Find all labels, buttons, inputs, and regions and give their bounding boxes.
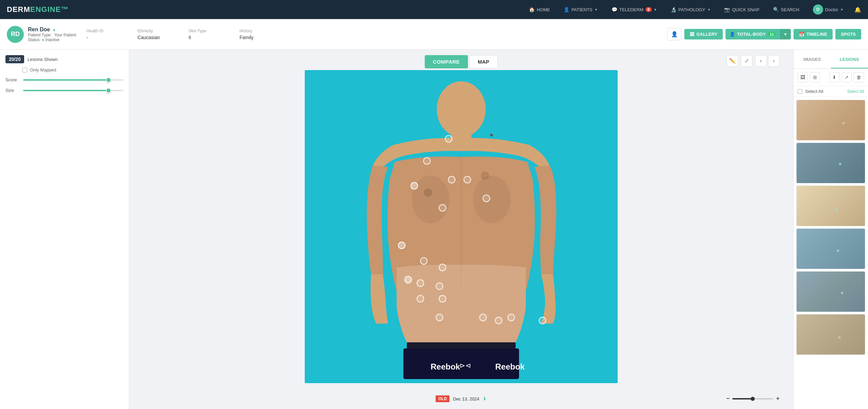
lesion-dot-19[interactable] (507, 314, 515, 321)
next-image-button[interactable]: › (768, 55, 780, 67)
total-body-button[interactable]: 👤 TOTAL-BODY 11 (725, 29, 780, 39)
thumbnail-5[interactable] (796, 271, 865, 312)
size-label: Size (5, 88, 19, 93)
spots-button[interactable]: SPOTS (835, 29, 861, 39)
lesion-dot-17[interactable] (479, 314, 487, 321)
image-date-bar: OLD Dec 13, 2024 ⬇ (436, 395, 487, 402)
thumbnail-6[interactable] (796, 314, 865, 355)
select-all-checkbox[interactable] (798, 89, 802, 94)
fullscreen-button[interactable]: ⤢ (741, 55, 752, 67)
patient-field-skintype: Skin Type II (188, 29, 229, 40)
lesion-dot-9[interactable] (420, 257, 428, 265)
logo-accent: ENGINE™ (30, 5, 69, 14)
center-toolbar: COMPARE MAP (425, 55, 498, 68)
zoom-slider-track[interactable] (732, 398, 773, 399)
telederm-badge: 8 (646, 7, 652, 12)
lesion-dot-1[interactable] (445, 135, 452, 143)
lesion-dot-7[interactable] (439, 204, 446, 212)
tab-lesions[interactable]: LESIONS (831, 50, 868, 68)
lesion-dot-16[interactable] (436, 314, 443, 321)
timeline-icon: 📅 (799, 32, 804, 37)
right-sidebar: IMAGES LESIONS 🖼 ⊞ ⬇ ↗ 🗑 Select All Sele… (793, 50, 868, 409)
select-all-link[interactable]: Select All (847, 89, 864, 94)
nav-patients[interactable]: 👤 PATIENTS ▼ (561, 5, 601, 14)
only-mapped-checkbox[interactable] (22, 68, 27, 72)
lesion-dot-12[interactable] (436, 282, 443, 290)
left-panel: 20/20 Lesions Shown Only Mapped Score Si… (0, 50, 129, 409)
download-icon[interactable]: ⬇ (483, 396, 487, 402)
body-image-container[interactable]: Reebok Reebok ⊳⊲ (305, 70, 618, 383)
sidebar-image-icon-button[interactable]: 🖼 (798, 72, 808, 82)
size-slider-track[interactable] (23, 90, 123, 91)
main-layout: 20/20 Lesions Shown Only Mapped Score Si… (0, 50, 868, 409)
patient-info: Ren Doe ▲ Patient Type: Your Patient Sta… (28, 27, 76, 42)
history-label: History (239, 29, 280, 33)
thumbnail-2[interactable] (796, 143, 865, 183)
tab-images[interactable]: IMAGES (794, 50, 831, 68)
patient-avatar-wrap: RD Ren Doe ▲ Patient Type: Your Patient … (7, 26, 76, 43)
gallery-button[interactable]: 🖼 GALLERY (684, 29, 723, 39)
search-icon: 🔍 (773, 7, 779, 12)
body-image: Reebok Reebok ⊳⊲ (305, 70, 618, 383)
up-arrow-icon: ▲ (52, 27, 56, 32)
map-button[interactable]: MAP (469, 55, 498, 68)
lesion-dot-4[interactable] (448, 176, 455, 183)
patients-icon: 👤 (564, 7, 569, 12)
zoom-in-button[interactable]: + (776, 395, 780, 402)
lesion-dot-2[interactable] (423, 157, 431, 165)
lesion-dot-11[interactable] (417, 279, 424, 287)
lesion-dot-10[interactable] (439, 264, 446, 271)
notification-bell-icon[interactable]: 🔔 (854, 6, 861, 13)
zoom-out-button[interactable]: − (726, 395, 730, 402)
sidebar-download-button[interactable]: ⬇ (829, 72, 839, 82)
thumb-dot (839, 163, 841, 165)
center-panel: COMPARE MAP ✏️ ⤢ ‹ › (129, 50, 793, 409)
nav-quicksnap[interactable]: 📷 QUICK SNAP (721, 5, 762, 14)
timeline-button[interactable]: 📅 TIMELINE (794, 29, 833, 39)
score-slider-track[interactable] (23, 79, 123, 81)
score-label: Score (5, 77, 19, 82)
nav-home[interactable]: 🏠 HOME (526, 5, 553, 14)
lesion-dot-13[interactable] (439, 295, 446, 302)
lesion-dot-20[interactable] (539, 317, 546, 324)
compare-button[interactable]: COMPARE (425, 55, 468, 68)
thumbnail-4[interactable] (796, 228, 865, 269)
sidebar-grid-icon-button[interactable]: ⊞ (810, 72, 820, 82)
thumbnail-3[interactable] (796, 185, 865, 226)
total-body-count-badge: 11 (768, 32, 776, 37)
select-all-row: Select All Select All (794, 86, 868, 97)
lesion-dot-14[interactable] (404, 276, 412, 283)
pathology-dropdown-arrow: ▼ (707, 8, 711, 12)
image-navigation: ‹ › (755, 55, 780, 67)
skin-type-label: Skin Type (188, 29, 229, 33)
svg-point-12 (481, 171, 489, 180)
lesion-dot-6[interactable] (483, 195, 490, 202)
svg-text:Reebok: Reebok (431, 362, 460, 371)
lesions-shown-label: Lesions Shown (28, 57, 57, 62)
lesion-dot-8[interactable] (398, 242, 405, 249)
nav-telederm-label: TELEDERM (619, 7, 644, 12)
svg-point-11 (424, 189, 432, 197)
prev-image-button[interactable]: ‹ (755, 55, 767, 67)
nav-doctor[interactable]: D Doctor ▼ (810, 3, 846, 16)
thumbnail-1[interactable] (796, 100, 865, 141)
nav-pathology[interactable]: 🔬 PATHOLOGY ▼ (668, 5, 714, 14)
lesion-dot-5[interactable] (464, 176, 471, 183)
lesions-count-row: 20/20 Lesions Shown (5, 55, 123, 63)
nav-search[interactable]: 🔍 SEARCH (770, 5, 802, 14)
patient-field-healthid: Health ID - (86, 29, 127, 40)
lesion-dot-18[interactable] (495, 317, 502, 324)
lesion-dot-3[interactable] (411, 182, 418, 190)
sidebar-delete-button[interactable]: 🗑 (854, 72, 864, 82)
telederm-dropdown-arrow: ▼ (654, 8, 657, 12)
nav-telederm[interactable]: 💬 TELEDERM 8 ▼ (609, 5, 660, 14)
doctor-dropdown-arrow: ▼ (840, 8, 844, 12)
app-logo: DERMENGINE™ (7, 5, 69, 14)
lesion-dot-15[interactable] (417, 295, 424, 302)
patient-profile-button[interactable]: 👤 (667, 28, 682, 40)
sidebar-share-button[interactable]: ↗ (841, 72, 852, 82)
nav-patients-label: PATIENTS (571, 7, 592, 12)
total-body-dropdown-button[interactable]: ▼ (780, 29, 791, 39)
health-id-value: - (86, 35, 127, 40)
draw-tool-button[interactable]: ✏️ (727, 55, 738, 67)
